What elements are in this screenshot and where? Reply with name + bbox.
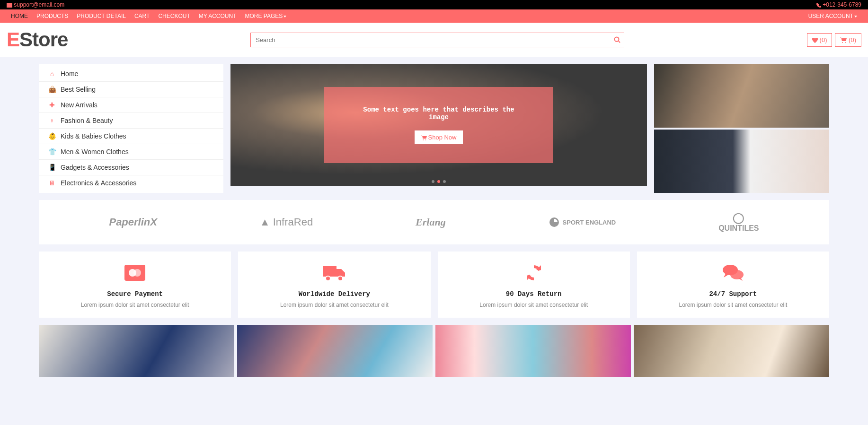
- truck-icon: [248, 261, 421, 285]
- nav-right: USER ACCOUNT: [804, 9, 861, 23]
- nav-cart[interactable]: CART: [130, 9, 154, 23]
- search-button[interactable]: [614, 36, 620, 43]
- sidebar-item-home[interactable]: ⌂Home: [39, 66, 223, 82]
- nav-home[interactable]: HOME: [7, 9, 32, 23]
- nav-bar: HOME PRODUCTS PRODUCT DETAIL CART CHECKO…: [0, 9, 868, 23]
- tshirt-icon: 👕: [48, 148, 56, 156]
- cart-icon: [840, 37, 847, 43]
- promo-image-2[interactable]: [654, 130, 829, 193]
- header: EStore (0) (0): [0, 23, 868, 57]
- support-email: support@email.com: [14, 1, 64, 8]
- feature-title: 24/7 Support: [647, 290, 820, 298]
- sidebar-item-clothes[interactable]: 👕Men & Women Clothes: [39, 144, 223, 160]
- svg-line-1: [619, 41, 620, 43]
- svg-point-4: [133, 269, 141, 277]
- gallery-item[interactable]: [634, 325, 829, 377]
- heart-icon: [812, 38, 818, 43]
- hero-carousel[interactable]: Some text goes here that describes the i…: [230, 64, 647, 186]
- search-wrap: [250, 33, 624, 47]
- gallery-item[interactable]: [435, 325, 631, 377]
- side-images: [654, 64, 829, 193]
- feature-title: Secure Payment: [48, 290, 221, 298]
- shop-now-button[interactable]: Shop Now: [415, 130, 463, 144]
- svg-point-7: [338, 276, 343, 281]
- sidebar-item-new-arrivals[interactable]: ✚New Arrivals: [39, 97, 223, 113]
- gallery-item[interactable]: [237, 325, 433, 377]
- carousel-dots: [432, 180, 446, 183]
- home-icon: ⌂: [48, 70, 56, 78]
- feature-desc: Lorem ipsum dolor sit amet consectetur e…: [248, 302, 421, 308]
- features-row: Secure Payment Lorem ipsum dolor sit ame…: [39, 252, 829, 318]
- brand-logo: ◯QUINTILES: [718, 212, 759, 233]
- envelope-icon: [7, 3, 12, 8]
- nav-products[interactable]: PRODUCTS: [32, 9, 72, 23]
- nav-menu: HOME PRODUCTS PRODUCT DETAIL CART CHECKO…: [7, 9, 291, 23]
- feature-desc: Lorem ipsum dolor sit amet consectetur e…: [447, 302, 620, 308]
- carousel-dot[interactable]: [443, 180, 446, 183]
- credit-card-icon: [48, 261, 221, 285]
- brand-logo: Erlang: [416, 216, 446, 228]
- sidebar-item-fashion[interactable]: ♀Fashion & Beauty: [39, 113, 223, 129]
- header-buttons: (0) (0): [807, 33, 861, 47]
- svg-point-6: [326, 276, 330, 281]
- carousel-dot[interactable]: [437, 180, 440, 183]
- category-sidebar: ⌂Home 👜Best Selling ✚New Arrivals ♀Fashi…: [39, 64, 223, 193]
- brand-logo: PaperlinX: [109, 216, 157, 228]
- hero-row: ⌂Home 👜Best Selling ✚New Arrivals ♀Fashi…: [39, 64, 829, 193]
- feature-90-days-return: 90 Days Return Lorem ipsum dolor sit ame…: [438, 252, 630, 318]
- top-bar: support@email.com +012-345-6789: [0, 0, 868, 9]
- svg-rect-5: [323, 266, 337, 277]
- feature-desc: Lorem ipsum dolor sit amet consectetur e…: [647, 302, 820, 308]
- product-gallery: [39, 325, 829, 377]
- sidebar-item-kids[interactable]: 👶Kids & Babies Clothes: [39, 129, 223, 144]
- sidebar-item-electronics[interactable]: 🖥Electronics & Accessories: [39, 175, 223, 191]
- sync-icon: [447, 261, 620, 285]
- feature-title: Worldwide Delivery: [248, 290, 421, 298]
- promo-image-1[interactable]: [654, 64, 829, 128]
- chevron-down-icon: [283, 16, 286, 17]
- feature-support: 24/7 Support Lorem ipsum dolor sit amet …: [637, 252, 829, 318]
- cart-icon: [421, 135, 427, 140]
- child-icon: 👶: [48, 132, 56, 140]
- search-icon: [614, 36, 620, 43]
- feature-desc: Lorem ipsum dolor sit amet consectetur e…: [48, 302, 221, 308]
- feature-title: 90 Days Return: [447, 290, 620, 298]
- mobile-icon: 📱: [48, 164, 56, 171]
- feature-secure-payment: Secure Payment Lorem ipsum dolor sit ame…: [39, 252, 231, 318]
- phone-icon: [816, 3, 821, 8]
- chevron-down-icon: [854, 16, 857, 17]
- nav-checkout[interactable]: CHECKOUT: [154, 9, 194, 23]
- comments-icon: [647, 261, 820, 285]
- feature-worldwide-delivery: Worldwide Delivery Lorem ipsum dolor sit…: [238, 252, 430, 318]
- nav-more-pages[interactable]: MORE PAGES: [241, 9, 291, 23]
- carousel-dot[interactable]: [432, 180, 434, 183]
- female-icon: ♀: [48, 117, 56, 124]
- phone-number: +012-345-6789: [823, 1, 861, 8]
- logo[interactable]: EStore: [7, 28, 68, 51]
- search-input[interactable]: [250, 33, 624, 47]
- brand-logo: SPORT ENGLAND: [549, 217, 616, 228]
- tv-icon: 🖥: [48, 179, 56, 187]
- brand-logo: ▲ InfraRed: [260, 216, 313, 228]
- brand-logos: PaperlinX ▲ InfraRed Erlang SPORT ENGLAN…: [39, 200, 829, 244]
- phone-link[interactable]: +012-345-6789: [816, 1, 861, 8]
- svg-point-0: [615, 37, 619, 42]
- nav-user-account[interactable]: USER ACCOUNT: [804, 9, 861, 23]
- cart-button[interactable]: (0): [835, 33, 861, 47]
- nav-product-detail[interactable]: PRODUCT DETAIL: [72, 9, 130, 23]
- sidebar-item-gadgets[interactable]: 📱Gadgets & Accessories: [39, 160, 223, 175]
- gallery-item[interactable]: [39, 325, 234, 377]
- support-email-link[interactable]: support@email.com: [7, 1, 64, 8]
- main-container: ⌂Home 👜Best Selling ✚New Arrivals ♀Fashi…: [32, 57, 836, 384]
- carousel-overlay: Some text goes here that describes the i…: [324, 87, 553, 163]
- svg-point-9: [730, 270, 744, 279]
- plus-icon: ✚: [48, 101, 56, 109]
- wishlist-button[interactable]: (0): [807, 33, 833, 47]
- sidebar-item-best-selling[interactable]: 👜Best Selling: [39, 82, 223, 97]
- carousel-text: Some text goes here that describes the i…: [353, 106, 525, 121]
- bag-icon: 👜: [48, 86, 56, 93]
- nav-my-account[interactable]: MY ACCOUNT: [195, 9, 241, 23]
